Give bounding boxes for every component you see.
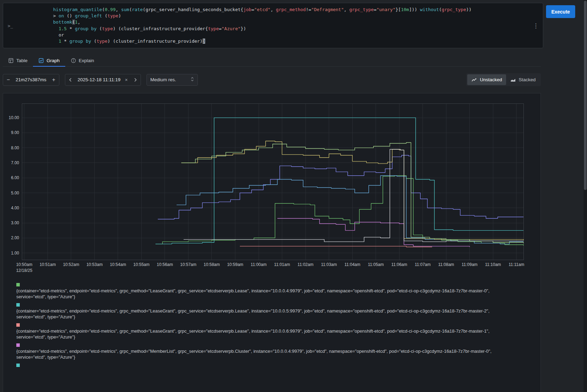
table-icon <box>8 58 14 63</box>
graph-controls: − 21m27s387ms + 2025-12-18 11:11:19 × Me… <box>3 73 541 86</box>
legend-label: {container="etcd-metrics", endpoint="etc… <box>16 288 513 300</box>
select-chevrons-icon <box>191 77 194 83</box>
tab-table[interactable]: Table <box>3 55 33 67</box>
tab-graph[interactable]: Graph <box>33 55 65 67</box>
tab-label: Table <box>16 58 27 63</box>
svg-text:11:08am: 11:08am <box>438 262 454 267</box>
svg-text:10:53am: 10:53am <box>86 262 103 267</box>
view-tabs: Table Graph Explain <box>3 55 541 67</box>
svg-text:11:10am: 11:10am <box>485 262 501 267</box>
line-chart-icon <box>471 77 477 82</box>
svg-text:11:04am: 11:04am <box>344 262 360 267</box>
svg-text:11:02am: 11:02am <box>297 262 313 267</box>
stacked-area-icon <box>510 77 516 82</box>
promql-query-text[interactable]: histogram_quantile(0.99, sum(rate(grpc_s… <box>3 3 543 48</box>
unstacked-option[interactable]: Unstacked <box>467 74 506 85</box>
legend-label: {container="etcd-metrics", endpoint="etc… <box>16 308 513 320</box>
svg-text:10:55am: 10:55am <box>133 262 150 267</box>
editor-menu-icon[interactable]: ⋮ <box>533 22 539 29</box>
legend-item[interactable]: {container="etcd-metrics", endpoint="etc… <box>16 283 520 300</box>
info-icon <box>71 58 76 63</box>
terminal-prompt-icon: >_ <box>8 23 13 28</box>
code-line: bottomk(1, <box>53 19 529 25</box>
legend-item[interactable]: {container="etcd-metrics", endpoint="etc… <box>16 323 520 340</box>
datetime-clear-button[interactable]: × <box>123 74 130 85</box>
svg-text:11:00am: 11:00am <box>251 262 267 267</box>
svg-text:7.00: 7.00 <box>11 160 19 165</box>
chart-legend: {container="etcd-metrics", endpoint="etc… <box>3 274 540 367</box>
stacked-label: Stacked <box>519 77 536 82</box>
svg-text:9.00: 9.00 <box>11 131 19 135</box>
code-line: histogram_quantile(0.99, sum(rate(grpc_s… <box>53 7 529 13</box>
svg-text:10:57am: 10:57am <box>180 262 196 267</box>
code-line: 1 * group by (type) (cluster_infrastruct… <box>53 38 529 44</box>
scrollbar-thumb[interactable] <box>584 1 587 190</box>
svg-text:10:51am: 10:51am <box>40 262 56 267</box>
query-section: >_ histogram_quantile(0.99, sum(rate(grp… <box>0 0 587 48</box>
svg-text:11:01am: 11:01am <box>274 262 290 267</box>
svg-text:2.00: 2.00 <box>11 236 19 241</box>
svg-text:11:05am: 11:05am <box>368 262 384 267</box>
svg-text:8.00: 8.00 <box>11 145 19 150</box>
datetime-picker: 2025-12-18 11:11:19 × <box>65 74 141 86</box>
svg-text:12/18/25: 12/18/25 <box>16 268 32 273</box>
svg-text:10:59am: 10:59am <box>227 262 243 267</box>
legend-swatch <box>16 364 20 367</box>
svg-text:6.00: 6.00 <box>11 175 19 180</box>
resolution-select[interactable]: Medium res. <box>146 74 198 86</box>
stacking-toggle: Unstacked Stacked <box>466 73 541 86</box>
graph-icon <box>39 58 44 63</box>
page-scrollbar[interactable] <box>584 0 587 392</box>
legend-item[interactable]: {container="etcd-metrics", endpoint="etc… <box>16 303 520 320</box>
duration-stepper: − 21m27s387ms + <box>3 74 59 86</box>
execute-button[interactable]: Execute <box>546 5 575 18</box>
code-line: 1.5 * group by (type) (cluster_infrastru… <box>53 26 529 32</box>
legend-swatch <box>16 343 20 347</box>
time-back-button[interactable] <box>65 74 76 85</box>
code-line: > on () group_left (type) <box>53 13 529 19</box>
duration-decrease-button[interactable]: − <box>3 74 14 85</box>
datetime-value[interactable]: 2025-12-18 11:11:19 <box>76 77 123 82</box>
tab-label: Explain <box>79 58 94 63</box>
graph-panel: 10.009.008.007.006.005.004.003.002.001.0… <box>3 93 541 392</box>
legend-item[interactable]: {container="etcd-metrics", endpoint="etc… <box>16 343 520 360</box>
svg-text:3.00: 3.00 <box>11 220 19 225</box>
query-editor[interactable]: >_ histogram_quantile(0.99, sum(rate(grp… <box>3 3 543 48</box>
svg-text:5.00: 5.00 <box>11 191 19 195</box>
svg-text:10:56am: 10:56am <box>157 262 173 267</box>
legend-swatch <box>16 303 20 307</box>
svg-text:11:11am: 11:11am <box>509 262 524 267</box>
stacked-option[interactable]: Stacked <box>506 74 540 85</box>
svg-text:10:54am: 10:54am <box>110 262 126 267</box>
duration-increase-button[interactable]: + <box>49 74 59 85</box>
svg-text:11:07am: 11:07am <box>415 262 431 267</box>
svg-text:10:52am: 10:52am <box>63 262 79 267</box>
tab-explain[interactable]: Explain <box>65 55 100 67</box>
time-forward-button[interactable] <box>130 74 141 85</box>
svg-text:11:06am: 11:06am <box>391 262 407 267</box>
unstacked-label: Unstacked <box>480 77 502 82</box>
svg-text:11:03am: 11:03am <box>321 262 337 267</box>
svg-text:10:50am: 10:50am <box>16 262 32 267</box>
svg-text:4.00: 4.00 <box>11 206 19 210</box>
svg-text:11:09am: 11:09am <box>462 262 478 267</box>
legend-label: {container="etcd-metrics", endpoint="etc… <box>16 328 513 340</box>
duration-value[interactable]: 21m27s387ms <box>14 77 49 82</box>
resolution-value: Medium res. <box>150 77 176 82</box>
code-line: or <box>53 32 529 38</box>
legend-swatch <box>16 323 20 327</box>
tab-label: Graph <box>47 58 60 63</box>
legend-swatch <box>16 283 20 286</box>
svg-text:10:58am: 10:58am <box>204 262 220 267</box>
legend-label: {container="etcd-metrics", endpoint="etc… <box>16 349 513 360</box>
svg-text:1.00: 1.00 <box>11 251 19 256</box>
time-series-chart[interactable]: 10.009.008.007.006.005.004.003.002.001.0… <box>3 93 540 274</box>
legend-item[interactable] <box>16 364 520 367</box>
svg-text:10.00: 10.00 <box>9 115 19 120</box>
